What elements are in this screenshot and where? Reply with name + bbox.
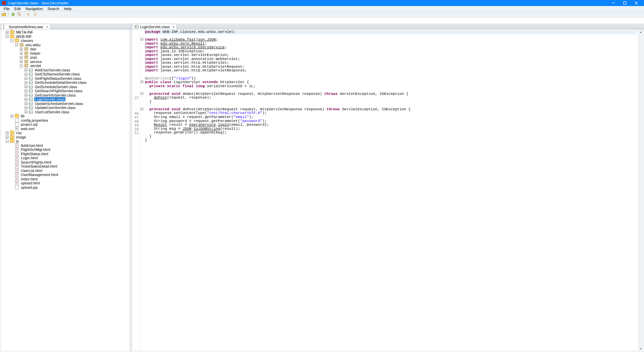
menu-help[interactable]: Help — [62, 7, 74, 11]
search-button[interactable] — [17, 12, 22, 17]
menu-navigation[interactable]: Navigation — [23, 7, 45, 11]
window-title: LoginServlet.class - Java Decompiler — [8, 1, 69, 5]
svg-rect-0 — [624, 2, 626, 4]
close-button[interactable] — [631, 0, 642, 6]
maximize-button[interactable] — [619, 0, 631, 6]
minimize-button[interactable] — [608, 0, 619, 6]
titlebar: LoginServlet.class - Java Decompiler — [0, 0, 644, 6]
svg-point-2 — [18, 13, 20, 15]
app-icon — [2, 1, 6, 5]
open-type-button[interactable] — [10, 12, 16, 17]
open-file-button[interactable] — [1, 12, 7, 17]
nav-forward-button[interactable] — [32, 12, 38, 17]
menu-search[interactable]: Search — [45, 7, 62, 11]
menu-edit[interactable]: Edit — [12, 7, 23, 11]
toolbar — [0, 12, 644, 17]
menubar: File Edit Navigation Search Help — [0, 6, 644, 12]
svg-point-1 — [12, 13, 15, 16]
toolbar-separator — [8, 12, 9, 17]
nav-back-button[interactable] — [26, 12, 31, 17]
menu-file[interactable]: File — [1, 7, 12, 11]
toolbar-separator — [24, 12, 24, 17]
